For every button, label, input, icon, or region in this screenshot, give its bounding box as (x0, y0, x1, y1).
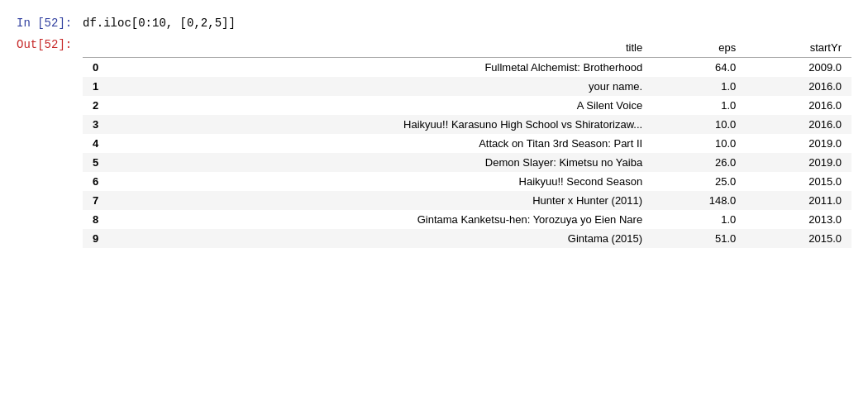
table-row: 6Haikyuu!! Second Season25.02015.0 (83, 172, 851, 191)
cell-index: 7 (83, 191, 135, 210)
cell-eps: 10.0 (652, 115, 746, 134)
cell-index: 0 (83, 58, 135, 78)
cell-startyr: 2009.0 (746, 58, 851, 78)
cell-startyr: 2019.0 (746, 134, 851, 153)
cell-title: Demon Slayer: Kimetsu no Yaiba (135, 153, 653, 172)
table-row: 2A Silent Voice1.02016.0 (83, 96, 851, 115)
cell-startyr: 2016.0 (746, 115, 851, 134)
cell-title: Gintama Kanketsu-hen: Yorozuya yo Eien N… (135, 210, 653, 229)
input-code: df.iloc[0:10, [0,2,5]] (83, 17, 236, 30)
cell-eps: 51.0 (652, 229, 746, 248)
table-row: 5Demon Slayer: Kimetsu no Yaiba26.02019.… (83, 153, 851, 172)
cell-startyr: 2019.0 (746, 153, 851, 172)
table-row: 1your name.1.02016.0 (83, 77, 851, 96)
table-header-row: title eps startYr (83, 38, 851, 58)
cell-index: 4 (83, 134, 135, 153)
cell-index: 9 (83, 229, 135, 248)
cell-eps: 10.0 (652, 134, 746, 153)
table-row: 7Hunter x Hunter (2011)148.02011.0 (83, 191, 851, 210)
cell-eps: 1.0 (652, 210, 746, 229)
cell-eps: 1.0 (652, 77, 746, 96)
output-content: title eps startYr 0Fullmetal Alchemist: … (83, 38, 851, 248)
cell-eps: 148.0 (652, 191, 746, 210)
output-line: Out[52]: title eps startYr 0Fullmetal Al… (17, 38, 851, 248)
cell-title: Gintama (2015) (135, 229, 653, 248)
cell-startyr: 2016.0 (746, 77, 851, 96)
cell-title: Hunter x Hunter (2011) (135, 191, 653, 210)
cell-eps: 26.0 (652, 153, 746, 172)
output-prompt: Out[52]: (17, 38, 83, 51)
cell-index: 8 (83, 210, 135, 229)
cell-index: 5 (83, 153, 135, 172)
cell-title: Haikyuu!! Second Season (135, 172, 653, 191)
table-row: 3Haikyuu!! Karasuno High School vs Shira… (83, 115, 851, 134)
col-header-index (83, 38, 135, 58)
input-prompt: In [52]: (17, 17, 83, 30)
table-row: 4Attack on Titan 3rd Season: Part II10.0… (83, 134, 851, 153)
cell-index: 2 (83, 96, 135, 115)
cell-title: Haikyuu!! Karasuno High School vs Shirat… (135, 115, 653, 134)
cell-startyr: 2015.0 (746, 229, 851, 248)
cell-eps: 64.0 (652, 58, 746, 78)
cell-title: Attack on Titan 3rd Season: Part II (135, 134, 653, 153)
col-header-title: title (135, 38, 653, 58)
cell-index: 6 (83, 172, 135, 191)
cell-startyr: 2011.0 (746, 191, 851, 210)
table-row: 0Fullmetal Alchemist: Brotherhood64.0200… (83, 58, 851, 78)
cell-title: Fullmetal Alchemist: Brotherhood (135, 58, 653, 78)
input-line: In [52]: df.iloc[0:10, [0,2,5]] (17, 17, 851, 30)
notebook-cell: In [52]: df.iloc[0:10, [0,2,5]] Out[52]:… (0, 17, 868, 248)
table-row: 9Gintama (2015)51.02015.0 (83, 229, 851, 248)
cell-startyr: 2016.0 (746, 96, 851, 115)
cell-index: 1 (83, 77, 135, 96)
cell-title: A Silent Voice (135, 96, 653, 115)
cell-startyr: 2015.0 (746, 172, 851, 191)
cell-eps: 25.0 (652, 172, 746, 191)
cell-title: your name. (135, 77, 653, 96)
cell-index: 3 (83, 115, 135, 134)
table-row: 8Gintama Kanketsu-hen: Yorozuya yo Eien … (83, 210, 851, 229)
dataframe-table: title eps startYr 0Fullmetal Alchemist: … (83, 38, 851, 248)
col-header-eps: eps (652, 38, 746, 58)
cell-startyr: 2013.0 (746, 210, 851, 229)
col-header-startyr: startYr (746, 38, 851, 58)
cell-eps: 1.0 (652, 96, 746, 115)
